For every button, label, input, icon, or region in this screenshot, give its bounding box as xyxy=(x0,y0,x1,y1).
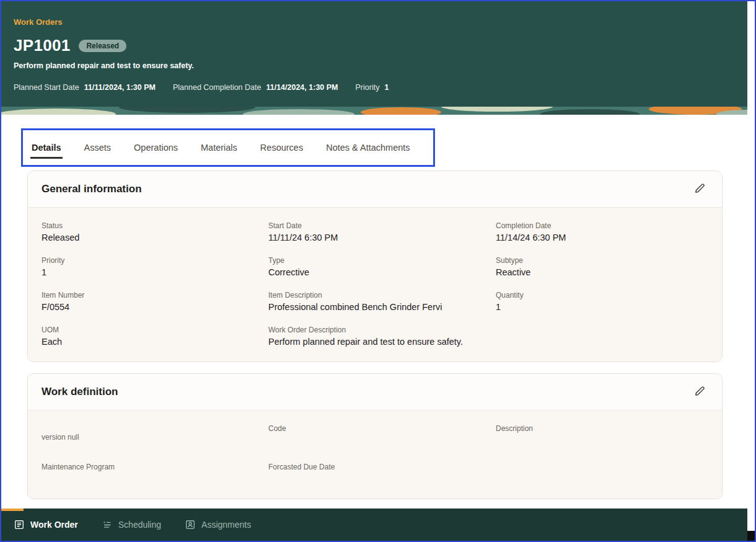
field-code: Code xyxy=(268,424,496,442)
bottom-nav-bar: Work Order Scheduling Assignments xyxy=(1,509,747,541)
field-quantity: Quantity 1 xyxy=(496,291,708,312)
field-priority: Priority 1 xyxy=(42,256,268,277)
bottom-nav-work-order[interactable]: Work Order xyxy=(14,519,78,530)
work-order-form-icon xyxy=(14,519,25,530)
tab-resources[interactable]: Resources xyxy=(259,130,304,165)
field-uom: UOM Each xyxy=(42,326,268,347)
schedule-list-icon xyxy=(102,519,113,530)
pencil-icon xyxy=(694,182,706,196)
edit-work-definition-button[interactable] xyxy=(692,383,708,401)
work-definition-title: Work definition xyxy=(42,386,118,398)
planned-start-date-label: Planned Start Date xyxy=(14,83,79,92)
field-version: version null xyxy=(42,424,268,442)
main-content: Details Assets Operations Materials Reso… xyxy=(1,115,747,542)
person-badge-icon xyxy=(185,519,196,530)
scrollbar-track[interactable] xyxy=(747,1,755,541)
status-badge: Released xyxy=(79,40,126,52)
priority-label: Priority xyxy=(356,83,380,92)
field-forcasted-due-date: Forcasted Due Date xyxy=(268,463,496,484)
planned-completion-date-value: 11/14/2024, 1:30 PM xyxy=(266,83,338,92)
scrollbar-corner xyxy=(747,531,755,541)
general-information-title: General information xyxy=(42,183,142,195)
bottom-nav-assignments[interactable]: Assignments xyxy=(185,519,251,530)
priority-pair: Priority 1 xyxy=(356,83,389,92)
tab-materials[interactable]: Materials xyxy=(200,130,239,165)
general-information-card: General information Status Released xyxy=(27,171,723,362)
field-description: Description xyxy=(496,424,708,442)
bottom-nav-work-order-label: Work Order xyxy=(30,520,78,530)
edit-general-information-button[interactable] xyxy=(692,180,708,198)
bottom-nav-assignments-label: Assignments xyxy=(201,520,251,530)
tab-assets[interactable]: Assets xyxy=(83,130,113,165)
field-empty xyxy=(496,463,708,484)
work-order-details-screen: Work Orders JP1001 Released Perform plan… xyxy=(0,0,756,542)
field-completion-date: Completion Date 11/14/24 6:30 PM xyxy=(496,221,708,242)
tab-bar: Details Assets Operations Materials Reso… xyxy=(30,130,411,165)
planned-start-date-pair: Planned Start Date 11/11/2024, 1:30 PM xyxy=(14,83,156,92)
field-type: Type Corrective xyxy=(268,256,496,277)
field-work-order-description: Work Order Description Perform planned r… xyxy=(268,326,496,347)
field-maintenance-program: Maintenance Program xyxy=(42,463,268,484)
bottom-nav-scheduling[interactable]: Scheduling xyxy=(102,519,161,530)
app-title: Work Orders xyxy=(14,17,732,27)
field-start-date: Start Date 11/11/24 6:30 PM xyxy=(268,221,496,242)
field-subtype: Subtype Reactive xyxy=(496,256,708,277)
tab-details[interactable]: Details xyxy=(30,130,63,165)
work-order-description-header: Perform planned repair and test to ensur… xyxy=(14,61,732,70)
tab-operations[interactable]: Operations xyxy=(133,130,179,165)
priority-value: 1 xyxy=(384,83,389,92)
pencil-icon xyxy=(694,385,706,399)
header-summary: Planned Start Date 11/11/2024, 1:30 PM P… xyxy=(14,83,732,92)
field-item-number: Item Number F/0554 xyxy=(42,291,268,312)
field-item-description: Item Description Professional combined B… xyxy=(268,291,496,312)
annotation-tabs-highlight: Details Assets Operations Materials Reso… xyxy=(21,128,435,167)
page-header: Work Orders JP1001 Released Perform plan… xyxy=(1,1,747,107)
work-order-number: JP1001 xyxy=(14,36,70,55)
planned-completion-date-pair: Planned Completion Date 11/14/2024, 1:30… xyxy=(173,83,338,92)
decorative-banner xyxy=(1,107,747,115)
active-nav-indicator xyxy=(1,509,24,511)
tab-notes-attachments[interactable]: Notes & Attachments xyxy=(325,130,411,165)
planned-completion-date-label: Planned Completion Date xyxy=(173,83,261,92)
field-empty xyxy=(496,326,708,347)
field-status: Status Released xyxy=(42,221,268,242)
work-definition-card: Work definition version null Code xyxy=(27,373,723,499)
bottom-nav-scheduling-label: Scheduling xyxy=(118,520,161,530)
planned-start-date-value: 11/11/2024, 1:30 PM xyxy=(84,83,156,92)
